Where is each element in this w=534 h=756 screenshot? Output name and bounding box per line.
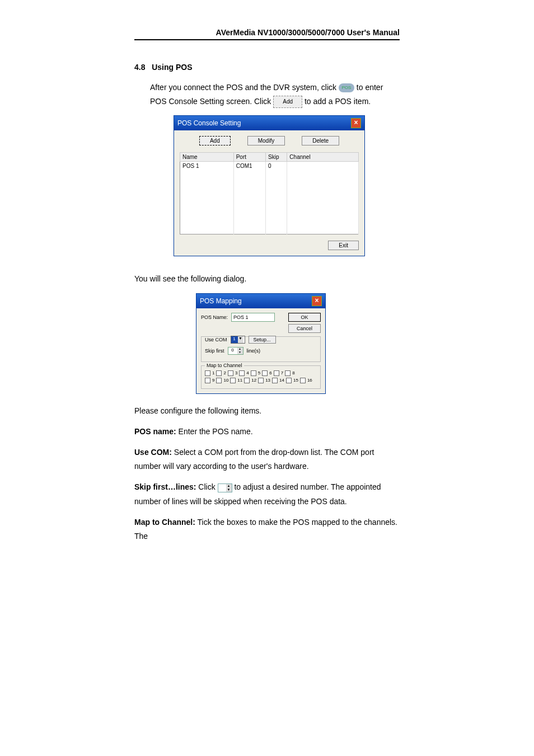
checkbox[interactable] [272, 378, 278, 383]
cell-skip: 0 [266, 162, 287, 171]
ch-label: 2 [223, 370, 226, 375]
ok-cancel-col: OK Cancel [288, 313, 321, 333]
pos-name-input[interactable] [231, 313, 275, 322]
cancel-button[interactable]: Cancel [288, 324, 321, 333]
modify-button[interactable]: Modify [247, 136, 285, 145]
page-header: AVerMedia NV1000/3000/5000/7000 User's M… [134, 28, 400, 40]
item-text: Enter the POS name. [176, 427, 253, 436]
item-label: POS name: [134, 427, 176, 436]
pos-icon: POS [339, 83, 354, 92]
ch-label: 7 [281, 370, 283, 375]
item-use-com: Use COM: Select a COM port from the drop… [134, 445, 400, 473]
com-fieldset: Use COM 1 ▼ Setup... Skip first 0 ▲▼ [201, 336, 321, 362]
col-port[interactable]: Port [233, 153, 265, 162]
pos-name-row: POS Name: [201, 313, 285, 322]
map-channel-fieldset: Map to Channel 1 2 3 4 5 6 7 8 9 10 [201, 365, 321, 389]
checkbox[interactable] [205, 370, 210, 376]
table-row[interactable]: POS 1 COM1 0 [180, 162, 359, 171]
checkbox[interactable] [244, 378, 250, 383]
checkbox[interactable] [216, 378, 222, 383]
channel-row-1: 1 2 3 4 5 6 7 8 [205, 370, 317, 376]
config-intro: Please configure the following items. [134, 404, 400, 418]
pos-name-label: POS Name: [201, 314, 228, 320]
checkbox[interactable] [228, 370, 233, 376]
ch-label: 14 [279, 378, 284, 383]
cell-channel [287, 162, 359, 171]
col-channel[interactable]: Channel [287, 153, 359, 162]
cell-port: COM1 [233, 162, 265, 171]
com-select[interactable]: 1 ▼ [231, 336, 245, 344]
add-button[interactable]: Add [199, 136, 231, 145]
item-label: Skip first…lines: [134, 482, 196, 491]
ch-label: 11 [237, 378, 242, 383]
col-skip[interactable]: Skip [266, 153, 287, 162]
checkbox[interactable] [285, 370, 291, 376]
close-icon[interactable]: × [351, 118, 361, 128]
lines-label: line(s) [247, 348, 261, 354]
skip-value: 0 [228, 348, 237, 354]
section-title: 4.8 Using POS [134, 63, 400, 72]
skip-spinner[interactable]: 0 ▲▼ [228, 347, 243, 355]
item-label: Use COM: [134, 448, 172, 457]
ch-label: 15 [293, 378, 298, 383]
pos-table[interactable]: Name Port Skip Channel POS 1 COM1 0 [180, 152, 359, 234]
add-icon: Add [273, 96, 302, 108]
item-pos-name: POS name: Enter the POS name. [134, 425, 400, 439]
setup-button[interactable]: Setup... [249, 336, 276, 344]
col-name[interactable]: Name [180, 153, 234, 162]
ch-label: 12 [251, 378, 256, 383]
checkbox[interactable] [286, 378, 292, 383]
checkbox[interactable] [205, 378, 210, 383]
use-com-label: Use COM [205, 337, 227, 342]
pos-console-dialog: POS Console Setting × Add Modify Delete … [174, 115, 365, 256]
item-map: Map to Channel: Tick the boxes to make t… [134, 515, 400, 543]
ch-label: 13 [265, 378, 270, 383]
ch-label: 6 [269, 370, 271, 375]
spinner-icon: ▲▼ [218, 483, 232, 492]
dialog-title: POS Mapping [200, 297, 242, 305]
ch-label: 8 [292, 370, 294, 375]
ok-button[interactable]: OK [288, 313, 321, 322]
checkbox[interactable] [216, 370, 222, 376]
item-label: Map to Channel: [134, 518, 195, 527]
skip-first-row: Skip first 0 ▲▼ line(s) [205, 347, 317, 355]
section-number: 4.8 [134, 63, 145, 72]
table-empty [180, 170, 359, 234]
intro-c: to add a POS item. [305, 97, 371, 106]
close-icon[interactable]: × [312, 296, 322, 306]
exit-button[interactable]: Exit [328, 241, 359, 250]
com-value: 1 [231, 336, 238, 343]
chevron-down-icon: ▼ [238, 336, 243, 343]
delete-button[interactable]: Delete [302, 136, 339, 145]
intro-paragraph: After you connect the POS and the DVR sy… [150, 81, 400, 109]
item-text-a: Click [196, 482, 217, 491]
skip-first-label: Skip first [205, 348, 224, 354]
checkbox[interactable] [300, 378, 306, 383]
exit-row: Exit [180, 240, 359, 250]
use-com-row: Use COM 1 ▼ Setup... [205, 336, 317, 344]
checkbox[interactable] [251, 370, 256, 376]
ch-label: 10 [223, 378, 228, 383]
checkbox[interactable] [274, 370, 279, 376]
button-row: Add Modify Delete [180, 136, 359, 145]
checkbox[interactable] [258, 378, 264, 383]
checkbox[interactable] [230, 378, 236, 383]
checkbox[interactable] [239, 370, 245, 376]
ch-label: 5 [258, 370, 260, 375]
pos-mapping-dialog: POS Mapping × POS Name: OK Cancel [196, 293, 326, 394]
section-name: Using POS [152, 63, 192, 72]
dialog-body: POS Name: OK Cancel Use COM 1 ▼ [196, 308, 325, 393]
intro-a: After you connect the POS and the DVR sy… [150, 83, 339, 92]
table-header-row: Name Port Skip Channel [180, 153, 359, 162]
mid-text: You will see the following dialog. [134, 272, 400, 286]
dialog-title: POS Console Setting [177, 119, 241, 127]
item-skip: Skip first…lines: Click ▲▼ to adjust a d… [134, 480, 400, 508]
dialog-titlebar: POS Console Setting × [174, 116, 364, 130]
ch-label: 4 [246, 370, 249, 375]
checkbox[interactable] [262, 370, 268, 376]
ch-label: 16 [307, 378, 312, 383]
page: AVerMedia NV1000/3000/5000/7000 User's M… [0, 0, 534, 756]
map-legend: Map to Channel [205, 363, 244, 368]
channel-row-2: 9 10 11 12 13 14 15 16 [205, 378, 317, 383]
spinner-arrows-icon: ▲▼ [237, 348, 243, 354]
